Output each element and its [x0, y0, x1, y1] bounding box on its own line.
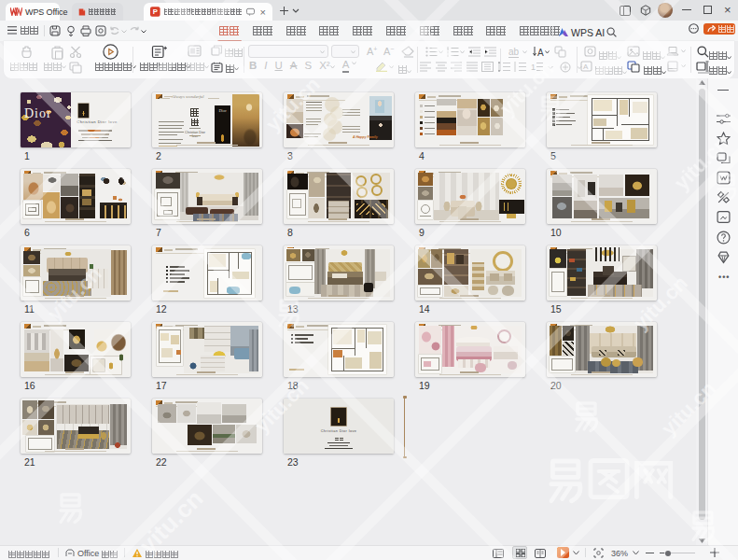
svg-text:A: A — [537, 48, 544, 58]
svg-text:P: P — [153, 7, 158, 16]
svg-text:A: A — [583, 63, 589, 71]
svg-text:1: 1 — [531, 63, 536, 72]
